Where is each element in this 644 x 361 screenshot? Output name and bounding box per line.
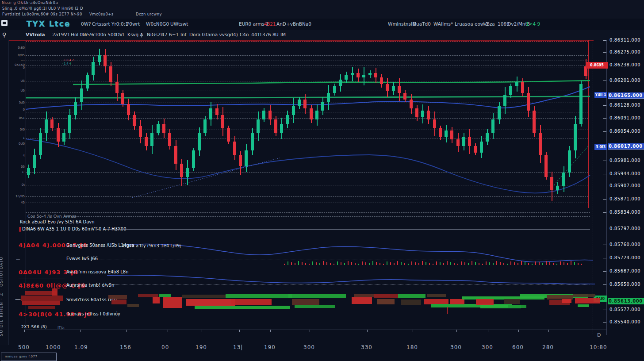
candle [491, 119, 494, 133]
volume-tick [496, 261, 497, 265]
profile-bar-segment [231, 299, 272, 305]
time-axis-label: 600 [512, 344, 524, 350]
profile-bar-segment [476, 299, 494, 305]
candle [550, 177, 553, 190]
time-axis-tick [202, 330, 202, 332]
volume-tick [337, 261, 338, 265]
indicator-label: Evwvs IwS J66 [66, 256, 98, 261]
profile-bar-segment [447, 307, 448, 314]
candle [180, 164, 183, 177]
candle [356, 73, 360, 77]
candle [109, 66, 112, 82]
candle [209, 108, 212, 119]
volume-tick [323, 261, 324, 265]
volume-tick [553, 263, 554, 265]
price-tick-label: 0.86128.000 [610, 103, 643, 108]
time-axis-label: 1.09 [74, 344, 88, 350]
candle [351, 73, 354, 75]
price-tick-label: 0.85650.000 [610, 282, 643, 287]
candle [221, 115, 224, 128]
price-tick-label: 0.85981.000 [610, 158, 643, 163]
volume-tick [369, 263, 370, 265]
time-axis-label: 00 [161, 344, 169, 350]
candle [445, 131, 448, 137]
volume-tick [549, 262, 550, 265]
candle [521, 82, 524, 93]
time-axis-label: 500 [18, 344, 30, 350]
volume-tick [401, 262, 402, 265]
candle [274, 119, 277, 133]
price-scale-tick [603, 131, 606, 132]
candle [192, 150, 195, 168]
volume-tick [344, 263, 345, 265]
time-axis-label: 190 [196, 344, 207, 350]
candle [421, 111, 424, 117]
candle [333, 86, 336, 93]
price-tick-label: 0.85687.000 [610, 269, 643, 273]
time-axis-label: 13| [233, 344, 243, 350]
price-scale-tick [603, 52, 606, 53]
volume-tick [341, 262, 341, 265]
volume-tick [542, 263, 543, 265]
candle [104, 55, 107, 66]
candle [115, 82, 119, 93]
volume-tick [447, 261, 448, 265]
candle [198, 133, 201, 150]
profile-bar-segment [127, 304, 139, 307]
price-scale-tick [603, 161, 606, 161]
candle [486, 133, 489, 142]
candle [321, 102, 324, 111]
price-scale-tick [603, 212, 606, 213]
volume-tick [348, 261, 349, 265]
volume-tick [411, 261, 412, 265]
candle [327, 93, 330, 102]
price-tick-label: 0.85760.000 [610, 242, 643, 247]
volume-tick [326, 262, 327, 265]
volume-tick [556, 264, 557, 265]
price-scale-tick [603, 284, 606, 285]
time-axis-label: 180 [406, 344, 418, 350]
candle [468, 137, 471, 146]
volume-tick [560, 261, 561, 265]
candle [245, 150, 248, 166]
candle [50, 119, 54, 128]
volume-tick [525, 262, 525, 265]
profile-bar-segment [427, 294, 446, 297]
indicator-label: 2X1.S66 /8) [21, 325, 47, 329]
price-tick-label: 0.85944.000 [610, 171, 643, 176]
volume-tick [422, 261, 423, 265]
candle [62, 133, 65, 142]
price-tick-label: 0.86091.000 [610, 115, 643, 120]
candle [74, 102, 77, 115]
indicator-separator-line [26, 212, 590, 213]
candle [233, 142, 236, 155]
volume-tick [404, 263, 405, 265]
volume-tick [330, 263, 331, 265]
volume-tick [408, 264, 409, 265]
volume-tick [302, 262, 303, 265]
volume-tick [418, 263, 419, 265]
candle [86, 75, 89, 88]
time-axis-tick [80, 330, 81, 332]
time-axis-label: 280 [542, 344, 554, 350]
candle [286, 115, 289, 124]
candle [27, 168, 30, 175]
volume-tick [433, 264, 433, 265]
indicator-separator-line [64, 216, 590, 217]
status-tooltip-box: mmuaa gxey f.077 [1, 353, 57, 361]
candle [174, 146, 177, 164]
price-tick-label: 0.85834.000 [610, 210, 643, 215]
candle [562, 173, 565, 186]
candle [57, 128, 60, 142]
candle [268, 111, 272, 119]
volume-tick [450, 262, 451, 265]
candle [168, 133, 171, 146]
indicator-label: Aunrsnóa tvnb! ó/v9n [66, 283, 114, 288]
volume-tick [482, 264, 483, 265]
axis-corner-icon[interactable]: D [597, 332, 601, 338]
candle [427, 111, 430, 119]
price-tick-label: 0.85540.000 [610, 319, 643, 324]
price-marker-blue: 0.86017.000 [608, 143, 644, 150]
volume-tick [383, 264, 384, 265]
volume-tick [486, 261, 487, 265]
